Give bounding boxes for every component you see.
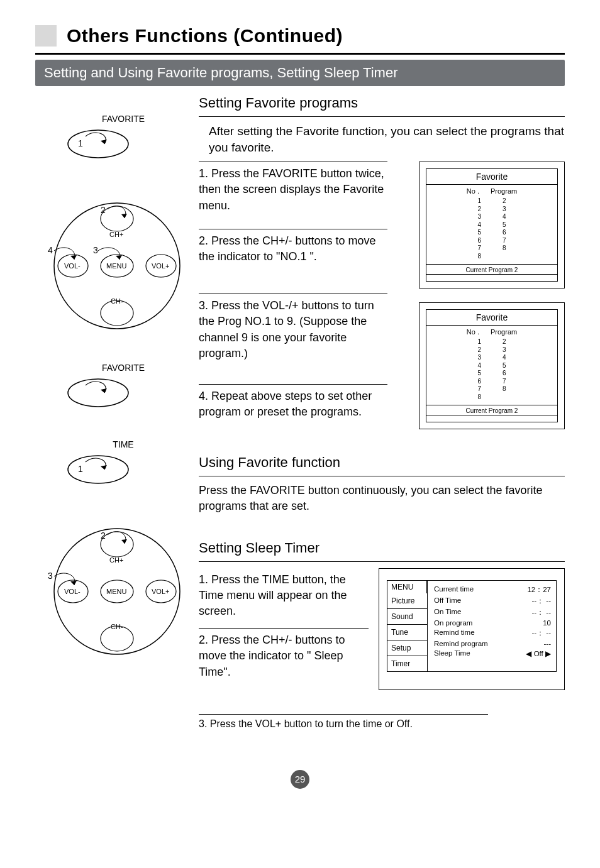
page-title: Others Functions (Continued)	[67, 25, 343, 47]
time-button-label: TIME	[60, 439, 186, 449]
tab-tune: Tune	[387, 625, 427, 640]
osd-column: Favorite No . Program 12345678 2345678 C…	[419, 162, 565, 443]
svg-text:2: 2	[101, 530, 106, 541]
timer-menu-row: On program10	[434, 618, 551, 628]
remote-diagrams-column: FAVORITE 1 CH+ 2	[35, 95, 186, 745]
svg-marker-1	[101, 140, 107, 144]
svg-text:3: 3	[93, 245, 98, 255]
remote-favorite-single: FAVORITE 1	[60, 114, 186, 165]
svg-text:1: 1	[78, 464, 83, 474]
tab-sound: Sound	[387, 609, 427, 625]
svg-marker-20	[101, 388, 107, 393]
time-button-icon: 1	[60, 451, 136, 488]
svg-point-21	[68, 456, 128, 483]
osd-no-list: 12345678	[477, 197, 481, 260]
svg-text:CH-: CH-	[111, 623, 123, 630]
svg-marker-37	[70, 581, 77, 585]
subtitle-bar: Setting and Using Favorite programs, Set…	[35, 60, 565, 86]
step-number-1: 1	[78, 138, 83, 148]
remote-time-single: TIME 1	[60, 439, 186, 491]
svg-text:VOL-: VOL-	[64, 588, 81, 595]
osd-favorite-1: Favorite No . Program 12345678 2345678 C…	[419, 162, 565, 288]
nav-cluster-icon-2: CH+ 2 CH- VOL- VOL+ MENU 3	[35, 516, 186, 661]
svg-text:VOL+: VOL+	[152, 588, 169, 595]
osd-footer-2: Current Program 2	[426, 405, 557, 415]
page-number: 29	[291, 770, 309, 789]
osd-footer: Current Program 2	[426, 264, 557, 274]
osd-title-2: Favorite	[426, 310, 557, 325]
timer-menu-row: Sleep Time◀ Off ▶	[434, 649, 551, 659]
divider-2	[199, 476, 565, 476]
svg-text:CH+: CH+	[109, 556, 123, 564]
osd-prog-list: 2345678	[503, 197, 506, 260]
svg-point-25	[101, 532, 133, 557]
step-2-favorite: 2. Press the CH+/- buttons to move the i…	[199, 229, 387, 268]
tab-setup: Setup	[387, 640, 427, 656]
intro-setting-favorite: After setting the Favorite function, you…	[199, 123, 565, 155]
svg-text:2: 2	[101, 205, 106, 215]
osd-title: Favorite	[426, 169, 557, 184]
page-title-row: Others Functions (Continued)	[35, 25, 565, 47]
divider	[199, 116, 565, 117]
osd-col-no-2: No .	[467, 328, 479, 336]
timer-menu-row: On Time--： --	[434, 607, 551, 618]
step-3-timer: 3. Press the VOL+ button to turn the tim…	[199, 714, 488, 733]
remote-favorite-single-2: FAVORITE	[60, 363, 186, 414]
osd-timer-menu: MENU Picture Sound Tune Setup Timer Curr…	[379, 568, 565, 690]
svg-text:MENU: MENU	[106, 588, 126, 595]
svg-text:VOL-: VOL-	[64, 262, 81, 270]
osd-col-no: No .	[467, 187, 479, 195]
timer-menu-row: Remind program---	[434, 639, 551, 649]
svg-text:MENU: MENU	[106, 262, 126, 270]
osd-col-prog-2: Program	[491, 328, 517, 336]
timer-menu-row: Off Time--： --	[434, 596, 551, 607]
favorite-button-icon-2	[60, 374, 136, 412]
heading-using-favorite: Using Favorite function	[199, 454, 565, 471]
title-divider	[35, 53, 565, 55]
svg-text:VOL+: VOL+	[152, 262, 169, 270]
osd-no-list-2: 12345678	[477, 338, 481, 401]
heading-setting-favorite: Setting Favorite programs	[199, 95, 565, 111]
timer-menu-body: Current time12：27Off Time--： --On Time--…	[427, 580, 557, 672]
tab-timer: Timer	[387, 656, 427, 672]
body-using-favorite: Press the FAVORITE button continuously, …	[199, 483, 565, 514]
nav-cluster-icon: CH+ 2 CH- VOL- VOL+ MENU	[35, 190, 186, 335]
heading-sleep-timer: Setting Sleep Timer	[199, 540, 565, 556]
remote-nav-cluster-4step: CH+ 2 CH- VOL- VOL+ MENU	[35, 190, 186, 338]
osd-prog-list-2: 2345678	[503, 338, 506, 401]
title-accent-block	[35, 25, 57, 47]
divider-3	[199, 561, 565, 562]
svg-marker-27	[121, 539, 127, 544]
osd-col-prog: Program	[491, 187, 517, 195]
svg-point-3	[101, 206, 133, 231]
favorite-button-label: FAVORITE	[60, 114, 186, 124]
osd-favorite-2: Favorite No . Program 12345678 2345678 C…	[419, 302, 565, 429]
svg-point-19	[68, 379, 128, 407]
remote-nav-cluster-3step: CH+ 2 CH- VOL- VOL+ MENU 3	[35, 516, 186, 663]
svg-marker-5	[121, 214, 127, 218]
step-2-timer: 2. Press the CH+/- buttons to move the i…	[199, 628, 369, 684]
step-1-favorite: 1. Press the FAVORITE button twice, then…	[199, 162, 387, 217]
svg-text:CH-: CH-	[111, 297, 123, 305]
svg-point-0	[68, 130, 128, 158]
step-3-favorite: 3. Press the VOL-/+ buttons to turn the …	[199, 294, 387, 365]
favorite-button-label-2: FAVORITE	[60, 363, 186, 373]
step-1-timer: 1. Press the TIME button, the Time menu …	[199, 568, 369, 629]
svg-marker-15	[116, 255, 122, 260]
timer-menu-row: Remind time--： --	[434, 628, 551, 639]
favorite-button-icon: 1	[60, 125, 136, 163]
step-4-favorite: 4. Repeat above steps to set other progr…	[199, 384, 387, 424]
svg-marker-22	[101, 465, 107, 470]
svg-text:CH+: CH+	[109, 231, 123, 238]
timer-menu-label: MENU	[387, 580, 427, 593]
svg-text:4: 4	[48, 245, 53, 255]
timer-menu-row: Current time12：27	[434, 585, 551, 596]
tab-picture: Picture	[387, 593, 427, 609]
svg-text:3: 3	[48, 571, 53, 581]
svg-marker-17	[70, 255, 77, 260]
